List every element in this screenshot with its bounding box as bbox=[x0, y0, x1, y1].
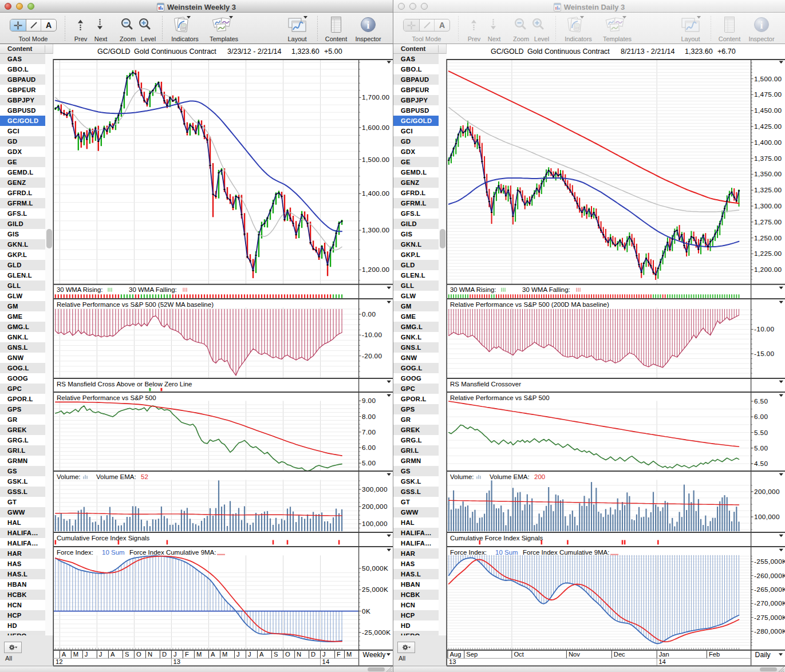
svg-text:i: i bbox=[366, 19, 369, 31]
svg-text:i: i bbox=[760, 19, 763, 31]
